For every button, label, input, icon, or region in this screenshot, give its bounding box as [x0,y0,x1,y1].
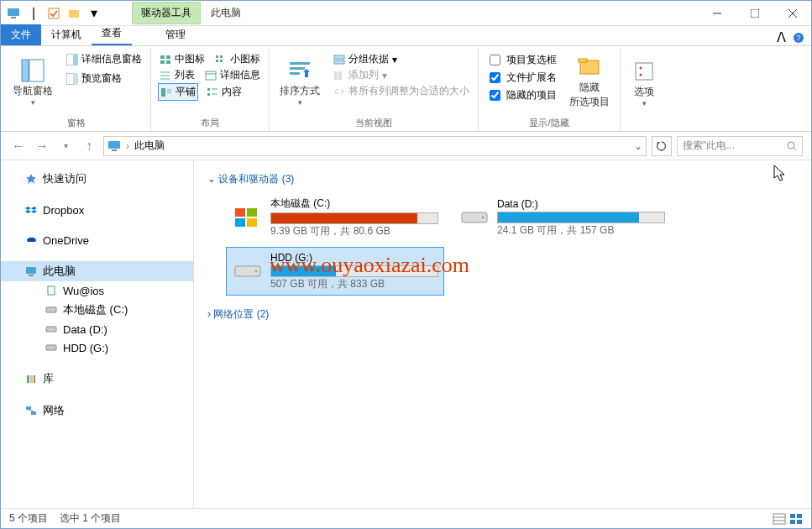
svg-rect-61 [26,406,31,410]
sidebar-item-quick-access[interactable]: 快速访问 [1,169,193,189]
sidebar-item-hdd-g[interactable]: HDD (G:) [1,338,193,357]
tab-computer[interactable]: 计算机 [41,24,92,45]
tab-manage[interactable]: 管理 [154,24,197,45]
svg-rect-0 [8,8,19,16]
svg-rect-20 [216,55,218,58]
minimize-button[interactable] [698,1,736,26]
qat-separator: | [24,4,43,23]
svg-rect-77 [790,520,795,524]
svg-rect-27 [206,71,216,80]
sidebar-item-local-c[interactable]: 本地磁盘 (C:) [1,300,193,320]
drive-tools-contextual-tab[interactable]: 驱动器工具 [132,2,201,24]
section-devices[interactable]: ⌄ 设备和驱动器 (3) [207,172,798,186]
drive-name: Data (D:) [497,198,665,210]
thispc-icon[interactable] [4,4,23,23]
breadcrumb[interactable]: 此电脑 [134,139,165,153]
file-extensions-checkbox[interactable]: 文件扩展名 [485,69,558,86]
layout-tiles[interactable]: 平铺 [158,83,198,101]
hide-selected-button[interactable]: 隐藏 所选项目 [566,51,613,112]
view-details-button[interactable] [773,513,786,525]
qat-check-icon[interactable] [45,4,63,23]
svg-rect-52 [26,267,36,274]
nav-back-button[interactable]: ← [9,137,28,155]
svg-rect-40 [334,60,344,64]
svg-rect-36 [290,62,310,65]
drive-icon [45,303,58,317]
svg-rect-76 [797,514,802,518]
group-by-button[interactable]: 分组依据 ▾ [332,51,471,67]
sidebar-item-network[interactable]: 网络 [1,401,193,421]
details-pane-button[interactable]: 详细信息窗格 [65,51,144,67]
view-tiles-button[interactable] [789,513,803,525]
layout-details[interactable]: 详细信息 [203,67,262,83]
address-bar[interactable]: › 此电脑 ⌄ [103,136,647,156]
explorer-window: | ▾ 驱动器工具 此电脑 文件 计算机 查看 管理 ᐱ ? [0,0,812,529]
nav-history-button[interactable]: ▾ [56,137,75,155]
search-input[interactable]: 搜索"此电... [677,136,803,156]
sidebar-item-this-pc[interactable]: 此电脑 [1,261,193,281]
sidebar-item-wuios[interactable]: Wu@ios [1,281,193,300]
svg-text:?: ? [796,34,800,42]
nav-forward-button[interactable]: → [33,137,51,155]
addressbar-dropdown-icon[interactable]: ⌄ [634,140,642,152]
close-button[interactable] [773,1,811,26]
svg-line-63 [29,410,34,411]
sidebar-item-data-d[interactable]: Data (D:) [1,320,193,338]
navigation-pane-button[interactable]: 导航窗格 ▾ [9,51,56,112]
drive-item[interactable]: 本地磁盘 (C:) 9.39 GB 可用，共 80.6 GB [226,193,444,242]
svg-rect-2 [49,8,59,18]
svg-rect-45 [636,63,652,80]
ribbon-group-layout: 中图标 小图标 列表 详细信息 平铺 内容 布局 [151,48,270,131]
svg-rect-3 [69,10,79,18]
preview-pane-button[interactable]: 预览窗格 [65,71,144,86]
maximize-button[interactable] [736,1,773,26]
drive-free-text: 507 GB 可用，共 833 GB [270,277,438,291]
refresh-button[interactable] [652,136,672,156]
svg-point-47 [640,74,642,76]
svg-point-69 [482,217,485,219]
drive-free-text: 9.39 GB 可用，共 80.6 GB [270,224,438,238]
drive-item[interactable]: Data (D:) 24.1 GB 可用，共 157 GB [453,193,671,242]
svg-point-50 [788,142,794,149]
thispc-icon [107,139,121,153]
ribbon-collapse-icon[interactable]: ᐱ [777,29,786,45]
tab-view[interactable]: 查看 [92,23,132,45]
svg-rect-59 [30,375,33,383]
tab-file[interactable]: 文件 [1,24,41,45]
svg-rect-57 [46,345,56,350]
svg-rect-10 [22,60,29,81]
options-button[interactable]: 选项 ▾ [627,51,661,114]
svg-rect-65 [247,208,257,217]
sidebar-item-libraries[interactable]: 库 [1,369,193,389]
drive-item[interactable]: HDD (G:) 507 GB 可用，共 833 GB [226,247,444,296]
qat-dropdown-icon[interactable]: ▾ [85,4,103,23]
svg-rect-67 [247,218,257,227]
sidebar-item-onedrive[interactable]: OneDrive [1,231,193,249]
drive-icon [45,341,58,354]
sort-by-button[interactable]: 排序方式 ▾ [276,51,323,112]
section-network-locations[interactable]: › 网络位置 (2) [207,307,798,322]
svg-rect-38 [290,72,300,75]
svg-rect-19 [166,60,170,64]
nav-up-button[interactable]: ↑ [80,137,98,155]
item-checkboxes-checkbox[interactable]: 项目复选框 [485,51,558,69]
layout-small-icons[interactable]: 小图标 [213,51,262,67]
library-icon [24,372,38,385]
add-columns-button: 添加列 ▾ [332,67,471,83]
search-placeholder: 搜索"此电... [683,139,735,153]
layout-list[interactable]: 列表 [158,67,196,83]
layout-medium-icons[interactable]: 中图标 [158,51,207,67]
window-title: 此电脑 [211,6,241,20]
layout-content[interactable]: 内容 [205,83,244,101]
help-icon[interactable]: ? [793,32,804,44]
qat-folder-icon[interactable] [65,4,83,23]
svg-rect-37 [290,67,305,70]
star-icon [24,172,38,186]
svg-rect-75 [790,514,795,518]
svg-rect-49 [112,149,117,151]
sidebar-item-dropbox[interactable]: Dropbox [1,201,193,219]
hidden-items-checkbox[interactable]: 隐藏的项目 [485,86,558,104]
device-icon [45,284,58,297]
drive-icon [458,202,490,233]
drive-name: HDD (G:) [270,252,438,264]
